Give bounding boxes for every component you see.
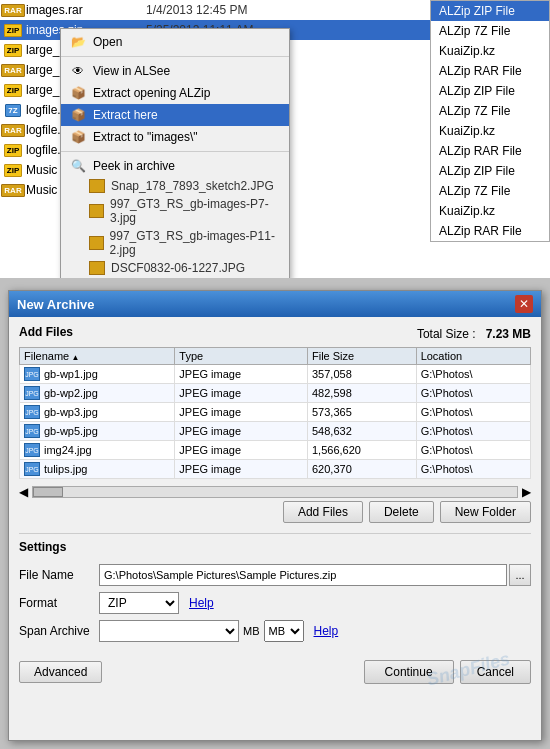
ctx-view-alsee-label: View in ALSee — [93, 64, 170, 78]
table-row[interactable]: JPG img24.jpg JPEG image 1,566,620 G:\Ph… — [20, 441, 531, 460]
scrollbar-thumb[interactable] — [33, 487, 63, 497]
scroll-left-btn[interactable]: ◀ — [19, 485, 28, 499]
cell-filename: JPG img24.jpg — [20, 441, 175, 460]
cell-filename: JPG gb-wp3.jpg — [20, 403, 175, 422]
span-unit: MB — [243, 625, 260, 637]
rar-icon: RAR — [4, 182, 22, 198]
cell-type: JPEG image — [175, 365, 308, 384]
col-filename[interactable]: Filename — [20, 348, 175, 365]
ctx-separator — [61, 56, 289, 57]
ctx-extract-to[interactable]: 📦 Extract to "images\" — [61, 126, 289, 148]
zip-icon: ZIP — [4, 22, 22, 38]
new-folder-button[interactable]: New Folder — [440, 501, 531, 523]
type-dropdown-item[interactable]: ALZip RAR File — [431, 141, 549, 161]
new-archive-dialog: New Archive ✕ Add Files Total Size : 7.2… — [8, 290, 542, 741]
file-table: Filename Type File Size Location JPG gb-… — [19, 347, 531, 479]
extract-to-icon: 📦 — [69, 129, 87, 145]
cancel-button[interactable]: Cancel — [460, 660, 531, 684]
table-row[interactable]: JPG gb-wp2.jpg JPEG image 482,598 G:\Pho… — [20, 384, 531, 403]
filename-text: gb-wp1.jpg — [44, 368, 98, 380]
ctx-subitem[interactable]: DSCF0832-06-1227.JPG — [61, 259, 289, 277]
footer-left: Advanced — [19, 661, 102, 683]
cell-type: JPEG image — [175, 403, 308, 422]
format-row: Format ZIP Help — [19, 592, 531, 614]
type-dropdown-item[interactable]: ALZip ZIP File — [431, 1, 549, 21]
zip-icon: ZIP — [4, 82, 22, 98]
total-size-row: Add Files Total Size : 7.23 MB — [19, 325, 531, 343]
ctx-extract-opening-label: Extract opening ALZip — [93, 86, 210, 100]
type-dropdown-item[interactable]: KuaiZip.kz — [431, 41, 549, 61]
scrollbar-track[interactable] — [32, 486, 518, 498]
filename-text: tulips.jpg — [44, 463, 87, 475]
continue-button[interactable]: Continue — [364, 660, 454, 684]
type-dropdown-item[interactable]: ALZip RAR File — [431, 61, 549, 81]
type-dropdown: ALZip ZIP File ALZip 7Z File KuaiZip.kz … — [430, 0, 550, 242]
ctx-peek-label[interactable]: 🔍 Peek in archive — [61, 155, 289, 177]
type-dropdown-item[interactable]: ALZip 7Z File — [431, 101, 549, 121]
browse-button[interactable]: ... — [509, 564, 531, 586]
type-dropdown-item[interactable]: ALZip RAR File — [431, 221, 549, 241]
eye-icon: 👁 — [69, 63, 87, 79]
table-row[interactable]: JPG gb-wp5.jpg JPEG image 548,632 G:\Pho… — [20, 422, 531, 441]
ctx-extract-here-label: Extract here — [93, 108, 158, 122]
horizontal-scrollbar[interactable]: ◀ ▶ — [19, 485, 531, 499]
jpeg-icon — [89, 261, 105, 275]
span-help-link[interactable]: Help — [314, 624, 339, 638]
7z-icon: 7Z — [4, 102, 22, 118]
ctx-extract-here[interactable]: 📦 Extract here — [61, 104, 289, 126]
jpeg-icon — [89, 179, 105, 193]
col-filesize[interactable]: File Size — [307, 348, 416, 365]
add-files-button[interactable]: Add Files — [283, 501, 363, 523]
context-menu: 📂 Open 👁 View in ALSee 📦 Extract opening… — [60, 28, 290, 278]
add-files-label: Add Files — [19, 325, 73, 339]
delete-button[interactable]: Delete — [369, 501, 434, 523]
zip-icon: ZIP — [4, 42, 22, 58]
ctx-extract-opening[interactable]: 📦 Extract opening ALZip — [61, 82, 289, 104]
col-location[interactable]: Location — [416, 348, 530, 365]
span-unit-select[interactable]: MB — [264, 620, 304, 642]
cell-size: 573,365 — [307, 403, 416, 422]
jpeg-thumb-icon: JPG — [24, 424, 40, 438]
filename-text: gb-wp5.jpg — [44, 425, 98, 437]
settings-label: Settings — [19, 540, 531, 554]
rar-icon: RAR — [4, 2, 22, 18]
file-name: images.rar — [26, 3, 146, 17]
col-type[interactable]: Type — [175, 348, 308, 365]
span-archive-row: Span Archive MB MB Help — [19, 620, 531, 642]
cell-type: JPEG image — [175, 384, 308, 403]
type-dropdown-item[interactable]: ALZip 7Z File — [431, 181, 549, 201]
total-size-text: Total Size : — [417, 327, 476, 341]
span-select[interactable] — [99, 620, 239, 642]
ctx-view-alsee[interactable]: 👁 View in ALSee — [61, 60, 289, 82]
cell-location: G:\Photos\ — [416, 384, 530, 403]
file-date: 1/4/2013 12:45 PM — [146, 3, 276, 17]
ctx-open[interactable]: 📂 Open — [61, 31, 289, 53]
peek-icon: 🔍 — [69, 158, 87, 174]
rar-icon: RAR — [4, 122, 22, 138]
filename-row: File Name ... — [19, 564, 531, 586]
advanced-button[interactable]: Advanced — [19, 661, 102, 683]
cell-size: 1,566,620 — [307, 441, 416, 460]
table-row[interactable]: JPG tulips.jpg JPEG image 620,370 G:\Pho… — [20, 460, 531, 479]
type-dropdown-item[interactable]: KuaiZip.kz — [431, 121, 549, 141]
type-dropdown-item[interactable]: ALZip ZIP File — [431, 81, 549, 101]
ctx-subitem[interactable]: Snap_178_7893_sketch2.JPG — [61, 177, 289, 195]
scroll-right-btn[interactable]: ▶ — [522, 485, 531, 499]
ctx-subitem[interactable]: 997_GT3_RS_gb-images-P11-2.jpg — [61, 227, 289, 259]
table-row[interactable]: JPG gb-wp1.jpg JPEG image 357,058 G:\Pho… — [20, 365, 531, 384]
dialog-close-button[interactable]: ✕ — [515, 295, 533, 313]
table-row[interactable]: JPG gb-wp3.jpg JPEG image 573,365 G:\Pho… — [20, 403, 531, 422]
zip-icon: ZIP — [4, 162, 22, 178]
type-dropdown-item[interactable]: KuaiZip.kz — [431, 201, 549, 221]
jpeg-thumb-icon: JPG — [24, 443, 40, 457]
table-buttons: Add Files Delete New Folder — [19, 501, 531, 523]
cell-size: 620,370 — [307, 460, 416, 479]
filename-input[interactable] — [99, 564, 507, 586]
format-help-link[interactable]: Help — [189, 596, 214, 610]
format-select[interactable]: ZIP — [99, 592, 179, 614]
ctx-subitem[interactable]: 997_GT3_RS_gb-images-P7-3.jpg — [61, 195, 289, 227]
type-dropdown-item[interactable]: ALZip ZIP File — [431, 161, 549, 181]
type-dropdown-item[interactable]: ALZip 7Z File — [431, 21, 549, 41]
zip-icon: ZIP — [4, 142, 22, 158]
cell-size: 482,598 — [307, 384, 416, 403]
